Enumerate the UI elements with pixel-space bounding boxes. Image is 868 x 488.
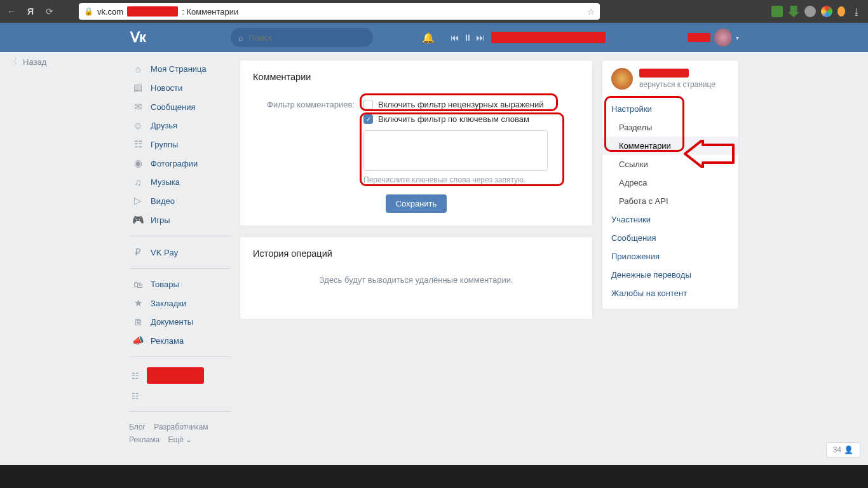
search-icon: ⌕ [238, 33, 243, 43]
music-pause-icon[interactable]: ⏸ [463, 32, 472, 43]
address-title: : Комментарии [182, 7, 238, 17]
extension-icons: ⭳ [771, 5, 863, 18]
username-redacted [688, 33, 710, 42]
history-title: История операций [253, 248, 580, 259]
menu-apps[interactable]: Приложения [602, 247, 738, 266]
ext-s-icon[interactable] [821, 6, 832, 17]
group-name-redacted [147, 367, 204, 384]
vk-logo[interactable]: Ⅴк [129, 29, 231, 46]
group-name-redacted [639, 69, 689, 78]
footer-more[interactable]: Ещё ⌄ [168, 435, 192, 444]
checkbox-unchecked [363, 100, 373, 109]
filter-label: Фильтр комментариев: [253, 98, 363, 109]
footer-dev[interactable]: Разработчикам [154, 423, 208, 431]
document-icon: 🗎 [132, 316, 144, 327]
menu-api[interactable]: Работа с API [602, 192, 738, 210]
nav-video[interactable]: ▷Видео [129, 191, 231, 210]
friends-icon: ☺ [132, 120, 144, 131]
reload-button[interactable]: ⟳ [43, 5, 56, 18]
back-label: Назад [23, 57, 46, 67]
nav-messages[interactable]: ✉Сообщения [129, 97, 231, 116]
keywords-hint: Перечислите ключевые слова через запятую… [363, 175, 580, 184]
user-avatar [714, 29, 732, 46]
people-icon: ☷ [130, 391, 140, 401]
browser-chrome: ← Я ⟳ 🔒 vk.com : Комментарии ☆ ⭳ [0, 0, 868, 23]
notifications-icon[interactable]: 🔔 [417, 32, 439, 44]
menu-addresses[interactable]: Адреса [602, 173, 738, 192]
back-to-page-link[interactable]: вернуться к странице [639, 80, 715, 89]
music-icon: ♫ [132, 177, 144, 187]
nav-bookmarks[interactable]: ★Закладки [129, 294, 231, 313]
chevron-down-icon: ▾ [736, 34, 739, 41]
nav-photos[interactable]: ◉Фотографии [129, 154, 231, 173]
save-button[interactable]: Сохранить [386, 194, 447, 213]
music-track-redacted [491, 32, 606, 43]
nav-games[interactable]: 🎮Игры [129, 210, 231, 229]
nav-news[interactable]: ▤Новости [129, 78, 231, 97]
nav-vkpay[interactable]: ₽VK Pay [129, 243, 231, 262]
nav-divider [129, 356, 231, 357]
nav-music[interactable]: ♫Музыка [129, 173, 231, 191]
back-button[interactable]: ← [5, 5, 18, 18]
downloads-icon[interactable]: ⭳ [850, 5, 863, 18]
group-shortcut-1[interactable]: ☷ [129, 363, 231, 388]
home-icon: ⌂ [132, 64, 144, 74]
group-avatar [611, 68, 633, 90]
taskbar-stub [0, 465, 868, 488]
menu-messages[interactable]: Сообщения [602, 229, 738, 247]
nav-divider [129, 411, 231, 412]
address-redacted [127, 6, 178, 17]
groups-icon: ☷ [132, 139, 144, 150]
history-empty-text: Здесь будут выводиться удалённые коммент… [253, 275, 580, 285]
ext-orange-icon[interactable] [837, 6, 845, 17]
comments-settings-card: Комментарии Фильтр комментариев: Включит… [240, 60, 593, 226]
footer-ads[interactable]: Реклама [129, 435, 159, 444]
nav-ads[interactable]: 📣Реклама [129, 331, 231, 350]
news-icon: ▤ [132, 82, 144, 93]
menu-sections[interactable]: Разделы [602, 118, 738, 137]
keywords-textarea[interactable] [363, 130, 548, 171]
ext-globe-icon[interactable] [804, 6, 816, 17]
nav-divider [129, 268, 231, 269]
gamepad-icon: 🎮 [132, 214, 144, 226]
menu-links[interactable]: Ссылки [602, 155, 738, 173]
search-box[interactable]: ⌕ [231, 28, 373, 47]
nav-divider [129, 236, 231, 236]
nav-goods[interactable]: 🛍Товары [129, 275, 231, 294]
group-shortcut-2[interactable]: ☷ [129, 388, 231, 405]
address-domain: vk.com [97, 7, 123, 17]
lock-icon: 🔒 [84, 7, 93, 16]
nav-friends[interactable]: ☺Друзья [129, 116, 231, 135]
counter-value: 34 [833, 445, 841, 454]
profanity-filter-checkbox[interactable]: Включить фильтр нецензурных выражений [363, 98, 580, 111]
ext-download-icon[interactable] [788, 6, 799, 17]
checkbox-checked: ✓ [363, 114, 373, 124]
card-title: Комментарии [253, 72, 580, 82]
menu-comments[interactable]: Комментарии [602, 137, 738, 155]
bookmark-star-icon[interactable]: ☆ [587, 7, 595, 17]
music-next-icon[interactable]: ⏭ [476, 32, 485, 43]
nav-groups[interactable]: ☷Группы [129, 135, 231, 154]
keyword-filter-checkbox[interactable]: ✓ Включить фильтр по ключевым словам [363, 113, 580, 125]
back-link[interactable]: 〈 Назад [9, 56, 46, 67]
camera-icon: ◉ [132, 158, 144, 169]
yandex-button[interactable]: Я [24, 5, 37, 18]
menu-settings[interactable]: Настройки [602, 100, 738, 118]
menu-money[interactable]: Денежные переводы [602, 266, 738, 284]
user-menu[interactable]: ▾ [688, 29, 739, 46]
address-bar[interactable]: 🔒 vk.com : Комментарии ☆ [79, 3, 600, 20]
menu-members[interactable]: Участники [602, 210, 738, 229]
nav-my-page[interactable]: ⌂Моя Страница [129, 60, 231, 78]
nav-documents[interactable]: 🗎Документы [129, 313, 231, 331]
footer-links: Блог Разработчикам Реклама Ещё ⌄ [129, 421, 231, 447]
right-settings-card: вернуться к странице Настройки Разделы К… [602, 60, 739, 309]
settings-menu: Настройки Разделы Комментарии Ссылки Адр… [602, 97, 738, 309]
ext-shield-icon[interactable] [771, 6, 783, 17]
search-input[interactable] [248, 33, 356, 43]
music-controls: ⏮ ⏸ ⏭ [451, 32, 485, 43]
music-prev-icon[interactable]: ⏮ [451, 32, 459, 43]
menu-complaints[interactable]: Жалобы на контент [602, 284, 738, 302]
footer-blog[interactable]: Блог [129, 423, 146, 431]
group-header[interactable]: вернуться к странице [602, 60, 738, 97]
online-counter[interactable]: 34 👤 [826, 442, 860, 458]
